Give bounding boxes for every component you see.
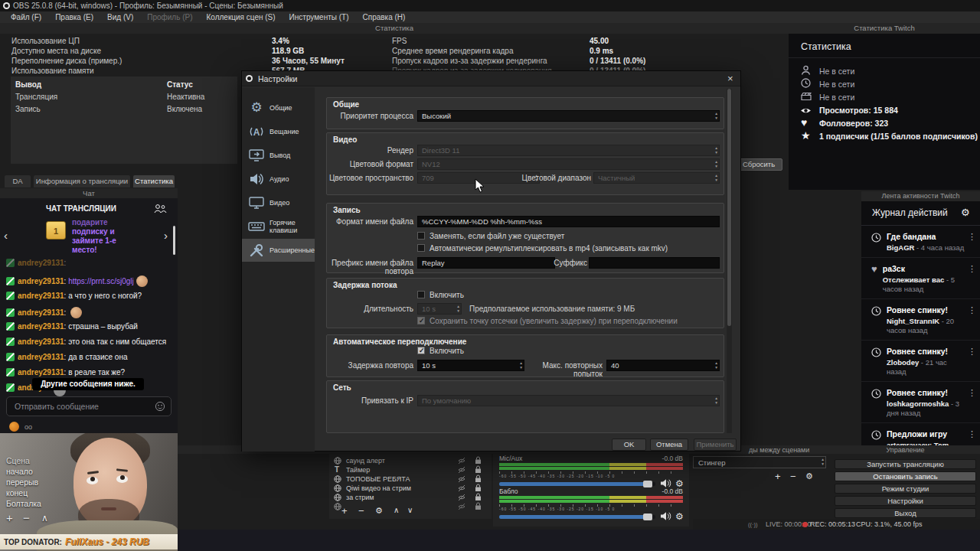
tab-stream-info[interactable]: Информация о трансляции (34, 175, 130, 187)
chevron-left-icon[interactable]: ‹ (4, 229, 8, 242)
kebab-menu-icon[interactable]: ⋮ (968, 347, 976, 357)
transitions-dock-header[interactable]: ды между сценами (749, 446, 809, 454)
retry-delay-spinbox[interactable]: 10 s ▴▾ (417, 360, 524, 371)
kebab-menu-icon[interactable]: ⋮ (968, 232, 976, 242)
menu-tools[interactable]: Инструменты (T) (283, 13, 355, 21)
hidden-eye-icon[interactable] (458, 466, 466, 474)
remove-source-icon[interactable]: − (358, 505, 364, 517)
hidden-eye-icon[interactable] (458, 494, 466, 501)
activity-entry[interactable]: Ровнее спинку! Zlobodey - 21 час назад ⋮ (861, 341, 980, 382)
activity-entry[interactable]: Ровнее спинку! loshkagormoshka - 3 дня н… (861, 382, 980, 423)
mixer-gear-icon[interactable]: ⚙ (675, 511, 684, 522)
add-transition-icon[interactable]: + (775, 471, 781, 482)
lock-icon[interactable] (475, 456, 482, 465)
close-icon[interactable]: × (727, 73, 733, 84)
replay-prefix-input[interactable]: Replay (417, 257, 555, 269)
hidden-eye-icon[interactable] (458, 503, 466, 510)
lock-icon[interactable] (475, 465, 482, 474)
stats-dock-header[interactable]: Статистика (0, 23, 789, 34)
settings-dialog-titlebar[interactable]: Настройки × (242, 71, 740, 86)
lock-icon[interactable] (475, 474, 482, 483)
move-up-icon[interactable]: ∧ (394, 506, 399, 514)
controls-dock-header[interactable]: Управление (831, 446, 980, 454)
settings-nav-general[interactable]: ⚙ Общие (242, 96, 315, 119)
scene-item[interactable]: Болталка (6, 499, 41, 508)
spinner-icon[interactable]: ▴▾ (715, 112, 717, 120)
spinner-icon[interactable]: ▴▾ (822, 458, 824, 466)
scene-item[interactable]: перерыв (6, 478, 38, 487)
source-row[interactable]: Qiwi видео на стрим (329, 484, 492, 493)
settings-nav-hotkeys[interactable]: Горячие клавиши (242, 215, 315, 238)
kebab-menu-icon[interactable]: ⋮ (968, 305, 976, 315)
stats-reset-button[interactable]: Сбросить (735, 158, 782, 171)
remove-transition-icon[interactable]: − (790, 471, 796, 482)
chat-scrollbar[interactable] (173, 226, 175, 255)
source-row[interactable]: за стрим (329, 493, 492, 502)
source-row[interactable]: ТОПОВЫЕ РЕБЯТА (329, 474, 492, 484)
menu-scene-collection[interactable]: Коллекция сцен (S) (201, 13, 282, 21)
twitch-stats-dock-header[interactable]: Статистика Twitch (789, 23, 980, 34)
settings-scrollbar-track[interactable] (727, 89, 732, 433)
start-streaming-button[interactable]: Запустить трансляцию (835, 459, 976, 469)
process-priority-select[interactable]: Высокий ▴▾ (417, 110, 720, 122)
max-retries-spinbox[interactable]: 40 ▴▾ (606, 360, 720, 371)
spinner-icon[interactable]: ▴▾ (715, 361, 717, 370)
reconnect-enable-checkbox[interactable] (417, 347, 425, 354)
menu-edit[interactable]: Правка (E) (49, 13, 100, 21)
menu-file[interactable]: Файл (F) (5, 13, 47, 21)
chevron-right-icon[interactable]: › (164, 229, 168, 242)
studio-mode-button[interactable]: Режим студии (835, 484, 976, 494)
transition-select[interactable]: Стингер ▴▾ (693, 456, 826, 468)
scene-item[interactable]: конец (6, 488, 28, 497)
hidden-eye-icon[interactable] (458, 457, 466, 465)
settings-nav-output[interactable]: Вывод (242, 144, 315, 167)
hidden-eye-icon[interactable] (458, 475, 466, 483)
lock-icon[interactable] (475, 484, 482, 492)
exit-button[interactable]: Выход (835, 508, 976, 518)
menu-help[interactable]: Справка (H) (357, 13, 412, 21)
ok-button[interactable]: OK (612, 439, 646, 451)
delay-enable-checkbox[interactable] (417, 291, 425, 298)
scene-item[interactable]: начало (6, 467, 33, 476)
kebab-menu-icon[interactable]: ⋮ (968, 264, 976, 274)
chat-message-input[interactable] (6, 396, 172, 416)
kebab-menu-icon[interactable]: ⋮ (968, 429, 976, 439)
source-row[interactable]: саунд алерт (329, 456, 492, 465)
activity-entry[interactable]: ♥ ра3ск Отслеживает вас - 5 часов назад … (861, 258, 980, 299)
volume-slider-handle[interactable] (643, 514, 652, 520)
move-down-icon[interactable]: ∨ (407, 506, 413, 514)
settings-nav-advanced[interactable]: Расширенные (242, 239, 315, 262)
menu-view[interactable]: Вид (V) (101, 13, 139, 21)
activity-gear-icon[interactable]: ⚙ (961, 207, 970, 218)
activity-dock-header[interactable]: Лента активности Twitch (861, 191, 980, 201)
settings-scrollbar-thumb[interactable] (727, 89, 731, 326)
kebab-menu-icon[interactable]: ⋮ (968, 388, 976, 398)
filename-format-input[interactable]: %CCYY-%MM-%DD %hh-%mm-%ss (417, 216, 720, 227)
remux-checkbox[interactable] (417, 244, 425, 252)
activity-entry[interactable]: Где бандана BigAGR - 4 часа назад ⋮ (861, 226, 980, 258)
activity-entry[interactable]: Предложи игру artemravaev: Tom Clancys G… (861, 423, 980, 445)
settings-nav-audio[interactable]: Аудио (242, 168, 315, 191)
stop-recording-button[interactable]: Остановить запись (835, 471, 976, 481)
viewers-icon[interactable] (153, 204, 167, 214)
tab-statistics[interactable]: Статистика (133, 175, 175, 187)
overwrite-checkbox[interactable] (417, 232, 425, 240)
add-source-icon[interactable]: + (341, 505, 348, 517)
menu-profile[interactable]: Профиль (P) (141, 13, 198, 21)
lock-icon[interactable] (475, 502, 482, 510)
transition-gear-icon[interactable]: ⚙ (805, 471, 813, 481)
replay-suffix-input[interactable] (589, 257, 720, 269)
scene-up-icon[interactable]: ∧ (41, 513, 48, 523)
more-messages-toast[interactable]: Другие сообщения ниже. (32, 378, 144, 390)
source-properties-gear-icon[interactable]: ⚙ (375, 506, 383, 516)
hidden-eye-icon[interactable] (458, 484, 466, 492)
settings-button[interactable]: Настройки (835, 496, 976, 506)
emoji-picker-icon[interactable] (155, 401, 165, 412)
pumpkin-emote-icon[interactable] (9, 422, 19, 432)
chat-dock-header[interactable]: Чат (0, 188, 178, 198)
cancel-button[interactable]: Отмена (650, 439, 688, 451)
tab-donationalerts[interactable]: DA (5, 175, 31, 187)
chat-link[interactable]: https://prnt.sc/sj0glj (68, 277, 134, 285)
settings-nav-video[interactable]: Видео (242, 191, 315, 214)
volume-slider-handle[interactable] (643, 481, 652, 487)
